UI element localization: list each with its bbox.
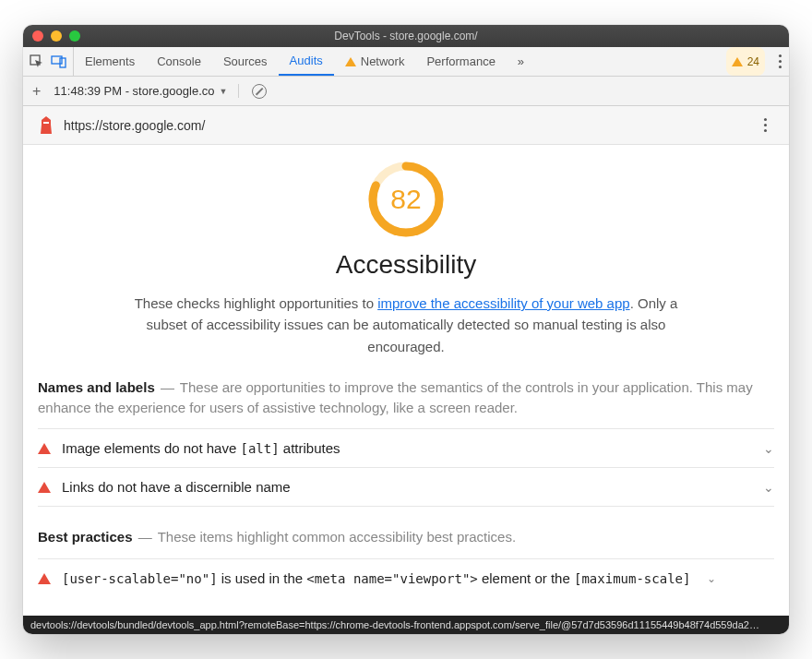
audit-report: 82 Accessibility These checks highlight … [23,145,789,616]
audit-menu-button[interactable] [756,118,774,132]
chevron-down-icon: ⌄ [763,441,774,456]
audits-toolbar: + 11:48:39 PM - store.google.co ▼ [23,77,789,106]
warnings-count: 24 [747,55,759,68]
category-description: These checks highlight opportunities to … [129,293,683,357]
warning-triangle-icon [732,57,743,66]
audit-run-selector[interactable]: 11:48:39 PM - store.google.co ▼ [54,84,239,98]
code-snippet: <meta name="viewport"> [306,571,477,586]
warning-triangle-icon [345,57,356,66]
tab-network[interactable]: Network [334,47,416,76]
tab-elements[interactable]: Elements [74,47,146,76]
device-toggle-icon[interactable] [51,54,67,70]
menu-button[interactable] [770,47,789,76]
audit-title: Image elements do not have [alt] attribu… [62,440,340,456]
section-heading: Best practices — These items highlight c… [38,527,774,547]
fail-icon [38,443,51,454]
dropdown-caret-icon: ▼ [220,87,228,96]
audit-run-label: 11:48:39 PM - store.google.co [54,84,214,98]
window-frame: DevTools - store.google.com/ Elements Co… [23,25,789,634]
em-dash: — [138,529,152,545]
minimize-window-button[interactable] [51,30,62,42]
inspect-icon[interactable] [29,54,45,70]
close-window-button[interactable] [32,30,43,42]
zoom-window-button[interactable] [69,30,80,42]
audit-url-bar: https://store.google.com/ [23,106,789,145]
svg-rect-3 [43,122,49,124]
audit-row[interactable]: Links do not have a discernible name ⌄ [38,467,774,507]
section-heading: Names and labels — These are opportuniti… [38,377,774,418]
section-names-and-labels: Names and labels — These are opportuniti… [23,377,789,508]
chevron-down-icon: ⌄ [763,480,774,495]
improve-accessibility-link[interactable]: improve the accessibility of your web ap… [377,295,629,311]
svg-rect-2 [60,58,66,67]
score-gauge-wrap: 82 Accessibility These checks highlight … [23,145,789,357]
status-bar-text: devtools://devtools/bundled/devtools_app… [30,619,759,630]
section-best-practices: Best practices — These items highlight c… [23,527,789,597]
section-heading-bold: Best practices [38,529,133,545]
section-heading-bold: Names and labels [38,379,155,395]
audit-title: Links do not have a discernible name [62,479,291,495]
tab-network-label: Network [361,54,405,68]
code-snippet: [user-scalable="no"] [62,571,218,586]
tab-overflow[interactable]: » [507,47,535,76]
inspect-tools [23,47,74,76]
section-heading-rest: These items highlight common accessibili… [158,529,517,545]
window-title: DevTools - store.google.com/ [23,30,789,42]
audit-title: [user-scalable="no"] is used in the <met… [62,570,690,586]
fail-icon [38,482,51,493]
em-dash: — [161,379,174,395]
new-audit-button[interactable]: + [32,83,41,100]
titlebar: DevTools - store.google.com/ [23,25,789,47]
clear-button[interactable] [252,84,267,99]
score-gauge: 82 [366,160,446,239]
status-bar: devtools://devtools/bundled/devtools_app… [23,616,789,634]
code-snippet: [maximum-scale] [574,571,690,586]
tab-sources[interactable]: Sources [212,47,279,76]
devtools-tabs: Elements Console Sources Audits Network … [23,47,789,77]
tab-console[interactable]: Console [146,47,212,76]
tab-audits[interactable]: Audits [279,47,334,76]
chevron-down-icon: ⌄ [707,572,716,585]
tab-performance[interactable]: Performance [415,47,506,76]
desc-pre: These checks highlight opportunities to [135,295,378,311]
category-title: Accessibility [23,250,789,280]
audit-row[interactable]: [user-scalable="no"] is used in the <met… [38,558,774,597]
traffic-lights [32,30,80,42]
audit-row[interactable]: Image elements do not have [alt] attribu… [38,428,774,467]
code-snippet: [alt] [240,441,279,456]
audit-url: https://store.google.com/ [64,118,205,133]
warnings-badge[interactable]: 24 [726,47,765,76]
fail-icon [38,573,51,584]
lighthouse-icon [38,115,54,136]
score-value: 82 [366,160,446,239]
